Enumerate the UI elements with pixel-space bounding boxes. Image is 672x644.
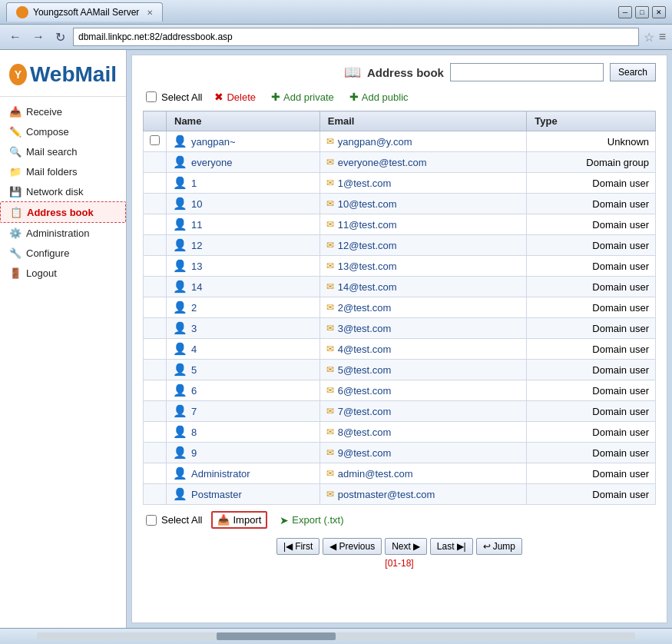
row-checkbox-cell[interactable] <box>144 401 167 422</box>
prev-page-button[interactable]: ◀ Previous <box>323 538 382 555</box>
row-checkbox-cell[interactable] <box>144 277 167 297</box>
menu-icon[interactable]: ≡ <box>659 30 666 44</box>
contact-name-link[interactable]: 7 <box>191 406 197 417</box>
table-row[interactable]: 👤3✉3@test.comDomain user <box>144 318 656 339</box>
contact-email-link[interactable]: 7@test.com <box>338 406 392 417</box>
contact-name-link[interactable]: yangpan~ <box>191 136 235 148</box>
contact-name-link[interactable]: 1 <box>191 178 197 189</box>
contact-email-link[interactable]: postmaster@test.com <box>338 489 435 500</box>
table-row[interactable]: 👤1✉1@test.comDomain user <box>144 173 656 194</box>
next-page-button[interactable]: Next ▶ <box>385 538 427 555</box>
sidebar-item-mail-folders[interactable]: 📁 Mail folders <box>0 161 126 181</box>
contact-name-link[interactable]: 5 <box>191 364 197 376</box>
contact-name-link[interactable]: Postmaster <box>191 489 242 500</box>
first-page-button[interactable]: |◀ First <box>276 538 319 555</box>
address-bar[interactable] <box>73 28 639 46</box>
delete-button[interactable]: ✖ Delete <box>211 89 259 105</box>
bottom-select-all-label[interactable]: Select All <box>146 514 202 526</box>
row-checkbox-cell[interactable] <box>144 131 167 152</box>
sidebar-item-network-disk[interactable]: 💾 Network disk <box>0 181 126 201</box>
row-checkbox-cell[interactable] <box>144 443 167 463</box>
row-checkbox-cell[interactable] <box>144 256 167 277</box>
contact-email-link[interactable]: 1@test.com <box>338 178 392 189</box>
table-row[interactable]: 👤2✉2@test.comDomain user <box>144 297 656 318</box>
contact-name-link[interactable]: everyone <box>191 157 232 168</box>
row-checkbox-cell[interactable] <box>144 380 167 401</box>
row-checkbox-cell[interactable] <box>144 173 167 194</box>
contact-name-link[interactable]: 11 <box>191 219 202 231</box>
contact-name-link[interactable]: 8 <box>191 427 197 438</box>
back-btn[interactable]: ← <box>6 28 25 45</box>
contact-email-link[interactable]: admin@test.com <box>338 468 413 480</box>
contact-email-link[interactable]: 14@test.com <box>338 281 397 293</box>
tab-close-btn[interactable]: ✕ <box>147 8 153 17</box>
table-row[interactable]: 👤14✉14@test.comDomain user <box>144 277 656 297</box>
row-checkbox-cell[interactable] <box>144 214 167 235</box>
contact-name-link[interactable]: 13 <box>191 261 202 272</box>
select-all-checkbox[interactable] <box>146 91 157 102</box>
contact-name-link[interactable]: 10 <box>191 198 202 210</box>
table-row[interactable]: 👤9✉9@test.comDomain user <box>144 443 656 463</box>
contact-name-link[interactable]: 12 <box>191 240 202 251</box>
table-row[interactable]: 👤12✉12@test.comDomain user <box>144 235 656 256</box>
contact-email-link[interactable]: 9@test.com <box>338 447 392 459</box>
contact-email-link[interactable]: 10@test.com <box>338 198 397 210</box>
contact-email-link[interactable]: yangpan@y.com <box>338 136 412 148</box>
contact-name-link[interactable]: 6 <box>191 385 197 397</box>
row-checkbox-cell[interactable] <box>144 360 167 380</box>
last-page-button[interactable]: Last ▶| <box>430 538 473 555</box>
maximize-btn[interactable]: □ <box>635 6 649 18</box>
table-row[interactable]: 👤Postmaster✉postmaster@test.comDomain us… <box>144 484 656 505</box>
row-checkbox-cell[interactable] <box>144 463 167 484</box>
table-row[interactable]: 👤5✉5@test.comDomain user <box>144 360 656 380</box>
table-row[interactable]: 👤11✉11@test.comDomain user <box>144 214 656 235</box>
contact-email-link[interactable]: 13@test.com <box>338 261 397 272</box>
table-row[interactable]: 👤Administrator✉admin@test.comDomain user <box>144 463 656 484</box>
import-button[interactable]: 📥 Import <box>211 511 267 529</box>
contact-email-link[interactable]: 6@test.com <box>338 385 392 397</box>
table-row[interactable]: 👤13✉13@test.comDomain user <box>144 256 656 277</box>
refresh-btn[interactable]: ↻ <box>52 28 68 46</box>
add-public-button[interactable]: ✚ Add public <box>346 89 412 105</box>
table-row[interactable]: 👤7✉7@test.comDomain user <box>144 401 656 422</box>
addressbook-search-input[interactable] <box>450 63 604 81</box>
row-checkbox-cell[interactable] <box>144 152 167 173</box>
contact-name-link[interactable]: 3 <box>191 323 197 334</box>
contact-email-link[interactable]: 12@test.com <box>338 240 397 251</box>
addressbook-search-button[interactable]: Search <box>610 63 656 81</box>
scrollbar-thumb[interactable] <box>217 632 336 640</box>
contact-email-link[interactable]: 8@test.com <box>338 427 392 438</box>
contact-email-link[interactable]: 2@test.com <box>338 302 392 314</box>
table-row[interactable]: 👤yangpan~✉yangpan@y.comUnknown <box>144 131 656 152</box>
contact-name-link[interactable]: Administrator <box>191 468 250 480</box>
row-checkbox-cell[interactable] <box>144 297 167 318</box>
export-button[interactable]: ➤ Export (.txt) <box>276 513 346 528</box>
row-checkbox[interactable] <box>150 135 160 145</box>
table-row[interactable]: 👤10✉10@test.comDomain user <box>144 194 656 214</box>
contact-email-link[interactable]: 4@test.com <box>338 344 392 355</box>
contact-name-link[interactable]: 4 <box>191 344 197 355</box>
row-checkbox-cell[interactable] <box>144 422 167 443</box>
contact-email-link[interactable]: 5@test.com <box>338 364 392 376</box>
contact-name-link[interactable]: 2 <box>191 302 197 314</box>
table-row[interactable]: 👤8✉8@test.comDomain user <box>144 422 656 443</box>
sidebar-item-address-book[interactable]: 📋 Address book <box>0 201 126 223</box>
select-all-label[interactable]: Select All <box>146 91 202 103</box>
jump-page-button[interactable]: ↩ Jump <box>476 538 522 555</box>
scrollbar-area[interactable] <box>6 629 666 644</box>
row-checkbox-cell[interactable] <box>144 235 167 256</box>
row-checkbox-cell[interactable] <box>144 484 167 505</box>
row-checkbox-cell[interactable] <box>144 339 167 360</box>
table-row[interactable]: 👤6✉6@test.comDomain user <box>144 380 656 401</box>
contact-name-link[interactable]: 14 <box>191 281 202 293</box>
table-row[interactable]: 👤everyone✉everyone@test.comDomain group <box>144 152 656 173</box>
contact-email-link[interactable]: everyone@test.com <box>338 157 427 168</box>
bookmark-star-icon[interactable]: ☆ <box>644 30 654 45</box>
contact-name-link[interactable]: 9 <box>191 447 197 459</box>
close-btn[interactable]: ✕ <box>652 6 666 18</box>
contact-email-link[interactable]: 3@test.com <box>338 323 392 334</box>
row-checkbox-cell[interactable] <box>144 194 167 214</box>
sidebar-item-administration[interactable]: ⚙️ Administration <box>0 223 126 243</box>
sidebar-item-logout[interactable]: 🚪 Logout <box>0 263 126 283</box>
add-private-button[interactable]: ✚ Add private <box>268 89 337 105</box>
